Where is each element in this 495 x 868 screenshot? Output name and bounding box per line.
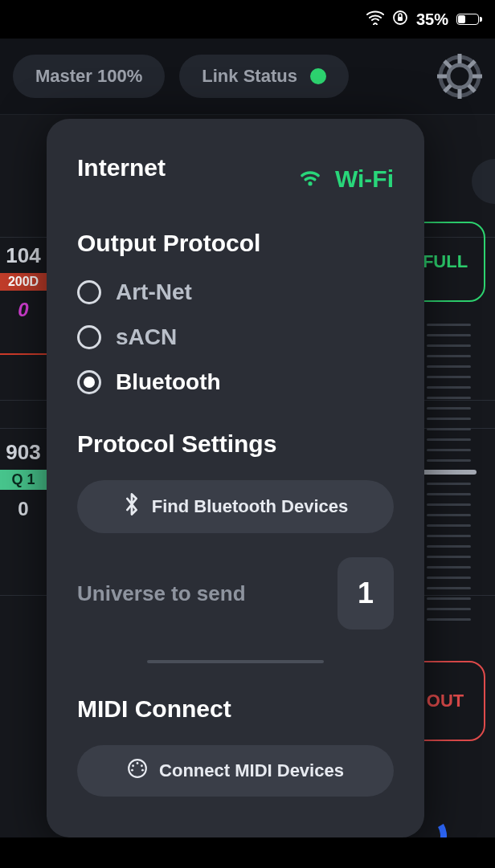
bluetooth-icon	[123, 493, 141, 520]
universe-label: Universe to send	[77, 581, 246, 606]
mode-pill-partial[interactable]: ive	[472, 159, 495, 204]
radio-icon	[77, 280, 101, 304]
settings-popover: Internet Wi-Fi Output Protocol Art-Net s…	[47, 119, 424, 837]
channel-block-2: 903 Q 1 0	[0, 440, 47, 520]
radio-label: Bluetooth	[116, 369, 221, 395]
svg-point-3	[448, 65, 471, 88]
internet-heading: Internet	[77, 154, 166, 181]
battery-percent: 35%	[416, 10, 448, 29]
button-label: Connect MIDI Devices	[159, 760, 344, 781]
protocol-settings-heading: Protocol Settings	[77, 430, 394, 458]
svg-point-14	[137, 762, 139, 764]
bottom-bar	[0, 837, 495, 868]
channel-block-1: 104 200D 0	[0, 243, 47, 355]
lock-rotation-icon	[392, 10, 408, 30]
svg-point-18	[141, 769, 144, 772]
svg-point-16	[141, 764, 143, 767]
level-ladder	[427, 324, 471, 621]
channel-tag: Q 1	[0, 470, 47, 490]
radio-label: sACN	[116, 324, 177, 350]
wifi-icon	[366, 10, 384, 29]
svg-rect-1	[398, 17, 403, 21]
link-status-label: Link Status	[202, 66, 297, 87]
target-icon[interactable]	[437, 54, 482, 99]
channel-number: 104	[0, 243, 47, 268]
midi-icon	[127, 758, 148, 784]
radio-bluetooth[interactable]: Bluetooth	[77, 369, 394, 395]
radio-sacn[interactable]: sACN	[77, 324, 394, 350]
status-dot-icon	[310, 68, 326, 84]
top-bar: Master 100% Link Status	[0, 39, 495, 115]
find-bluetooth-button[interactable]: Find Bluetooth Devices	[77, 480, 394, 533]
svg-point-17	[131, 769, 133, 772]
master-pill[interactable]: Master 100%	[13, 55, 165, 98]
radio-label: Art-Net	[116, 279, 192, 305]
channel-value: 0	[0, 498, 47, 520]
wifi-label: Wi-Fi	[335, 165, 394, 193]
radio-artnet[interactable]: Art-Net	[77, 279, 394, 305]
wifi-status[interactable]: Wi-Fi	[297, 165, 394, 193]
button-label: Find Bluetooth Devices	[152, 496, 348, 517]
output-protocol-heading: Output Protocol	[77, 230, 394, 257]
svg-point-15	[132, 764, 134, 767]
link-status-pill[interactable]: Link Status	[179, 55, 349, 98]
wifi-icon	[297, 165, 324, 193]
midi-connect-heading: MIDI Connect	[77, 695, 394, 723]
channel-value: 0	[0, 299, 47, 321]
universe-input[interactable]: 1	[338, 557, 394, 630]
divider	[147, 660, 325, 663]
radio-icon	[77, 370, 101, 394]
battery-icon	[456, 14, 479, 25]
connect-midi-button[interactable]: Connect MIDI Devices	[77, 745, 394, 797]
radio-icon	[77, 325, 101, 349]
channel-tag: 200D	[0, 273, 47, 291]
channel-number: 903	[0, 440, 47, 465]
svg-point-12	[308, 181, 312, 185]
status-bar: 35%	[0, 0, 495, 39]
